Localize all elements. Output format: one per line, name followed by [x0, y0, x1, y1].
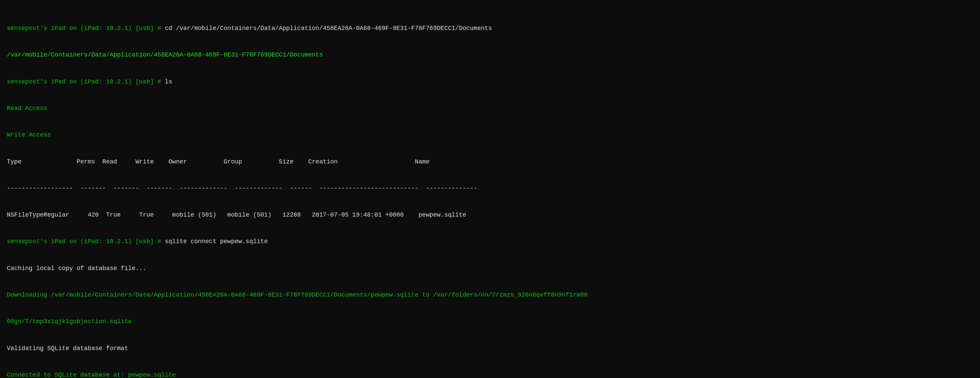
path-output: /var/mobile/Containers/Data/Application/… [7, 51, 323, 58]
line-5-write: Write Access [7, 131, 973, 139]
line-3: sensepost's iPad on (iPad: 10.2.1) [usb]… [7, 77, 973, 86]
cmd-2: ls [165, 78, 172, 85]
cmd-1: cd /var/mobile/Containers/Data/Applicati… [165, 25, 492, 32]
connected-text: Connected to SQLite database at: pewpew.… [7, 372, 176, 378]
read-access-label: Read Access [7, 105, 47, 112]
line-6-header: Type Perms Read Write Owner Group Size C… [7, 157, 973, 166]
line-4-read: Read Access [7, 104, 973, 113]
terminal-window: sensepost's iPad on (iPad: 10.2.1) [usb]… [7, 6, 973, 378]
prompt-1: sensepost's iPad on (iPad: 10.2.1) [usb]… [7, 25, 165, 32]
line-14-connected: Connected to SQLite database at: pewpew.… [7, 370, 973, 378]
line-2: /var/mobile/Containers/Data/Application/… [7, 50, 973, 59]
line-11-download: Downloading /var/mobile/Containers/Data/… [7, 290, 973, 299]
caching-text: Caching local copy of database file... [7, 265, 146, 272]
line-13-validate: Validating SQLite database format [7, 344, 973, 353]
line-10-cache: Caching local copy of database file... [7, 264, 973, 273]
table-header: Type Perms Read Write Owner Group Size C… [7, 158, 430, 165]
download-text-1: Downloading /var/mobile/Containers/Data/… [7, 292, 588, 298]
prompt-2: sensepost's iPad on (iPad: 10.2.1) [usb]… [7, 78, 165, 85]
table-row-1: NSFileTypeRegular 420 True True mobile (… [7, 212, 466, 218]
prompt-3: sensepost's iPad on (iPad: 10.2.1) [usb]… [7, 238, 165, 245]
line-1: sensepost's iPad on (iPad: 10.2.1) [usb]… [7, 24, 973, 33]
validating-text: Validating SQLite database format [7, 345, 128, 352]
download-text-2: 00gn/T/tmp3x1qjk1gobjection.sqlite [7, 318, 132, 325]
cmd-3: sqlite connect pewpew.sqlite [165, 238, 267, 245]
line-9: sensepost's iPad on (iPad: 10.2.1) [usb]… [7, 237, 973, 246]
line-12-download-cont: 00gn/T/tmp3x1qjk1gobjection.sqlite [7, 317, 973, 326]
line-7-sep: ------------------ ------- ------- -----… [7, 184, 973, 193]
write-access-label: Write Access [7, 131, 51, 138]
table-separator-1: ------------------ ------- ------- -----… [7, 185, 477, 192]
line-8-row: NSFileTypeRegular 420 True True mobile (… [7, 211, 973, 219]
